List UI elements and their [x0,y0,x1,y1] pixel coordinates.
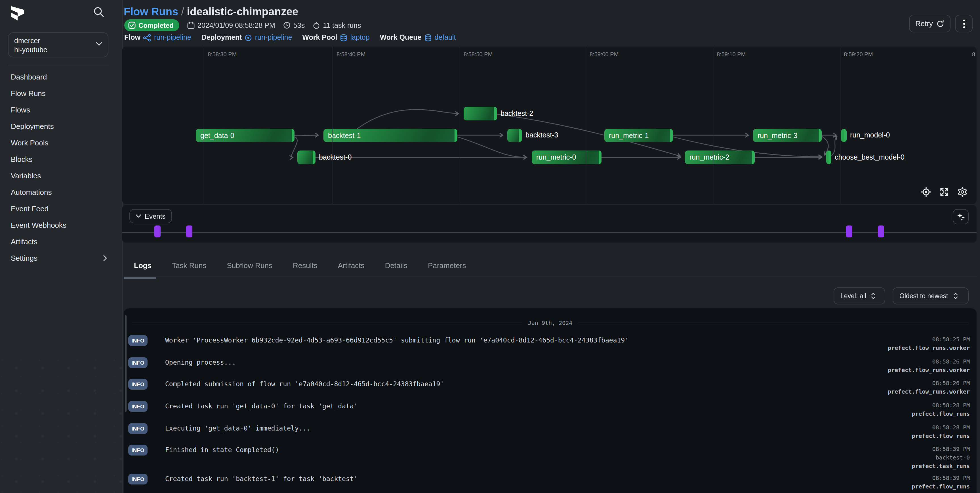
timeline-tick-label: 8:59:00 PM [590,51,619,57]
workspace-selector[interactable]: dmercer hi-youtube [8,32,108,57]
log-date-divider: Jan 9th, 2024 [132,320,969,326]
sidebar-item-flow-runs[interactable]: Flow Runs [0,85,122,102]
event-marker[interactable] [878,225,884,238]
graph-settings-gear-icon[interactable] [957,187,967,197]
timeline-tick-label: 8:59:10 PM [717,51,746,57]
sidebar-item-event-feed[interactable]: Event Feed [0,201,122,217]
task-node-label: run_metric-2 [689,150,729,164]
task-node-get_data-0[interactable]: get_data-0 [196,129,294,142]
tab-details[interactable]: Details [385,258,408,277]
task-run-graph[interactable]: get_data-0backtest-1backtest-2backtest-0… [122,46,977,204]
task-node-label: run_metric-0 [536,150,576,164]
tab-results[interactable]: Results [293,258,318,277]
more-actions-button[interactable] [955,15,973,32]
task-node-run_metric-0[interactable]: run_metric-0 [532,150,601,164]
sidebar-item-settings[interactable]: Settings [0,250,122,266]
flow-run-links: Flowrun-pipelineDeploymentrun-pipelineWo… [124,33,456,42]
link-work-queue: Work Queuedefault [380,34,456,41]
task-node-backtest-0[interactable] [298,150,315,164]
link-label: Flow [124,34,140,41]
task-node-label: get_data-0 [200,129,234,142]
page-title: idealistic-chimpanzee [187,6,299,18]
sidebar-divider [8,65,109,65]
task-node-label: backtest-3 [525,129,558,142]
task-node-backtest-1[interactable]: backtest-1 [323,129,457,142]
log-message: Created task run 'backtest-1' for task '… [165,474,358,485]
events-sparkle-button[interactable] [953,209,969,224]
task-node-choose_best_model-0[interactable] [826,150,831,164]
log-panel[interactable]: Jan 9th, 2024 INFOWorker 'ProcessWorker … [124,308,977,493]
log-level-select[interactable]: Level: all [834,287,885,305]
event-marker[interactable] [846,225,852,238]
task-node-run_model-0[interactable] [841,129,846,142]
chevron-updown-icon [871,292,876,299]
link-value[interactable]: run-pipeline [154,34,191,41]
task-node-backtest-2[interactable] [464,107,497,120]
tab-parameters[interactable]: Parameters [428,258,466,277]
timeline-tick-label-partial: 8 [972,51,975,57]
log-order-select[interactable]: Oldest to newest [892,287,969,305]
sidebar-item-automations[interactable]: Automations [0,184,122,201]
log-meta: 08:58:25 PMprefect.flow_runs.worker [888,335,970,352]
link-deployment: Deploymentrun-pipeline [202,34,292,41]
sidebar-item-artifacts[interactable]: Artifacts [0,233,122,250]
workspace-name: hi-youtube [14,45,102,54]
task-run-count: 11 task runs [313,21,361,29]
sidebar-item-variables[interactable]: Variables [0,168,122,184]
link-value[interactable]: default [434,34,456,41]
event-marker[interactable] [154,225,161,238]
fullscreen-icon[interactable] [939,187,949,197]
log-level-badge: INFO [128,423,148,434]
clock-icon [283,22,291,29]
link-label: Deployment [202,34,242,41]
timeline-tick-label: 8:58:40 PM [337,51,366,57]
duration: 53s [283,21,305,29]
prefect-logo-icon[interactable] [11,6,24,23]
log-meta: 08:58:39 PMprefect.flow_runs [912,474,970,491]
deployment-icon [245,34,252,41]
log-level-badge: INFO [128,401,148,412]
task-node-run_metric-2[interactable]: run_metric-2 [685,150,755,164]
sidebar-item-work-pools[interactable]: Work Pools [0,135,122,151]
sidebar-item-event-webhooks[interactable]: Event Webhooks [0,217,122,233]
events-toggle-button[interactable]: Events [129,209,172,223]
task-node-label: run_metric-1 [609,129,649,142]
log-message: Opening process... [165,357,236,368]
log-meta: 08:58:39 PMbacktest-0prefect.task_runs [912,445,970,470]
log-level-badge: INFO [128,379,148,389]
event-marker[interactable] [186,225,192,238]
link-value[interactable]: run-pipeline [255,34,292,41]
tab-task-runs[interactable]: Task Runs [172,258,206,277]
task-node-run_metric-1[interactable]: run_metric-1 [605,129,673,142]
timeline-tick-label: 8:58:30 PM [208,51,237,57]
retry-button[interactable]: Retry [909,15,950,32]
sidebar-item-deployments[interactable]: Deployments [0,118,122,135]
flow-run-page: dmercer hi-youtube DashboardFlow RunsFlo… [0,0,980,493]
chevron-updown-icon [953,292,958,299]
tab-artifacts[interactable]: Artifacts [338,258,364,277]
log-meta: 08:58:28 PMprefect.flow_runs [912,423,970,440]
sidebar-item-dashboard[interactable]: Dashboard [0,69,122,85]
work-pool-icon [340,34,348,41]
link-value[interactable]: laptop [350,34,370,41]
log-message: Worker 'ProcessWorker 6b932cde-92ed-4d53… [165,335,629,346]
link-label: Work Queue [380,34,422,41]
task-node-backtest-3[interactable] [507,129,522,142]
graph-controls [921,187,967,197]
events-strip: Events [122,205,977,243]
breadcrumb-flow-runs-link[interactable]: Flow Runs [124,6,178,18]
task-node-run_metric-3[interactable]: run_metric-3 [753,129,822,142]
chevron-right-icon [103,255,107,261]
log-scrollbar[interactable] [125,315,127,412]
log-message: Executing 'get_data-0' immediately... [165,423,310,434]
search-icon[interactable] [93,6,104,18]
timeline-gridline [840,46,840,204]
sidebar-pattern [0,351,122,493]
sidebar-item-blocks[interactable]: Blocks [0,151,122,168]
log-meta: 08:58:26 PMprefect.flow_runs.worker [888,379,970,396]
sidebar-item-flows[interactable]: Flows [0,102,122,118]
tab-logs[interactable]: Logs [134,258,151,277]
tab-subflow-runs[interactable]: Subflow Runs [227,258,272,277]
recenter-icon[interactable] [921,187,931,197]
timeline-gridline [585,46,586,204]
